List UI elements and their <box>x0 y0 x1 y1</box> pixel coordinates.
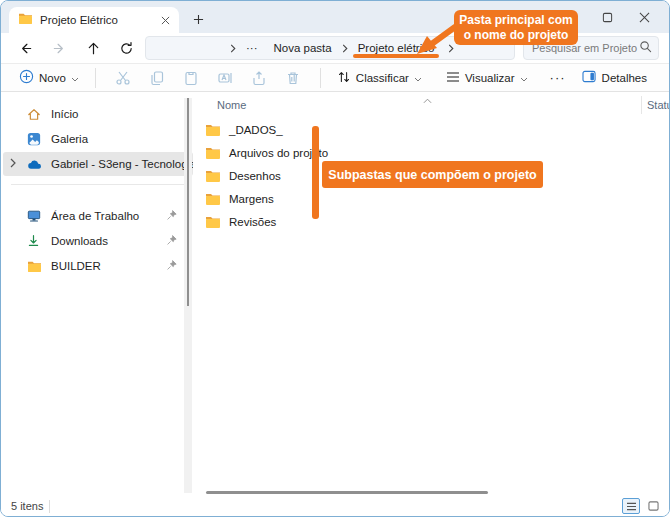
search-icon <box>639 39 652 57</box>
file-list-pane: Nome Status _DADOS_ Ar <box>195 93 669 496</box>
view-button-label: Visualizar <box>465 72 515 84</box>
folder-icon <box>205 169 221 183</box>
details-pane-button[interactable]: Detalhes <box>576 67 653 88</box>
sort-button[interactable]: Classificar <box>331 67 428 89</box>
more-options-button[interactable]: ··· <box>542 70 574 85</box>
paste-button[interactable] <box>174 66 208 90</box>
file-name: Margens <box>229 193 274 205</box>
sort-arrows-icon <box>337 70 351 86</box>
details-pane-label: Detalhes <box>602 72 647 84</box>
view-button[interactable]: Visualizar <box>440 68 534 88</box>
folder-icon <box>205 146 221 160</box>
home-icon <box>27 108 42 121</box>
items-count: 5 itens <box>11 500 43 512</box>
sidebar-scrollbar-thumb[interactable] <box>187 98 189 306</box>
folder-icon <box>205 215 221 229</box>
sidebar-item-builder[interactable]: BUILDER <box>1 254 195 278</box>
pin-icon <box>167 235 177 247</box>
pin-icon <box>167 210 177 222</box>
explorer-body: Início Galeria Gabriel - S3eng - Tecnolo… <box>1 93 669 496</box>
sidebar-item-onedrive[interactable]: Gabriel - S3eng - Tecnologia Aplicada <box>3 152 193 176</box>
delete-button[interactable] <box>276 66 310 90</box>
horizontal-scrollbar-thumb[interactable] <box>206 491 488 494</box>
share-button[interactable] <box>242 66 276 90</box>
new-button[interactable]: Novo <box>13 66 85 89</box>
breadcrumb-nova-pasta[interactable]: Nova pasta <box>272 42 334 54</box>
command-bar: Novo Classificar <box>1 63 669 92</box>
file-name: Desenhos <box>229 170 281 182</box>
new-tab-button[interactable] <box>189 10 207 28</box>
tab-close-icon[interactable] <box>157 12 173 28</box>
file-row-revisoes[interactable]: Revisões <box>195 210 669 233</box>
toolbar-separator <box>95 68 96 88</box>
sidebar-item-label: Área de Trabalho <box>51 210 139 222</box>
annotation-line-2: o nome do projeto <box>464 28 569 43</box>
chevron-down-icon <box>414 72 422 84</box>
rename-button[interactable] <box>208 66 242 90</box>
toolbar-separator <box>320 68 321 88</box>
file-name: Revisões <box>229 216 276 228</box>
column-header-status[interactable]: Status <box>647 99 670 111</box>
folder-icon <box>18 11 33 29</box>
annotation-arrow-icon <box>411 21 459 61</box>
gallery-icon <box>27 132 42 146</box>
details-pane-icon <box>582 70 597 85</box>
download-icon <box>27 234 42 248</box>
annotation-bracket-bar <box>312 126 319 219</box>
file-row-margens[interactable]: Margens <box>195 187 669 210</box>
folder-icon <box>27 260 42 273</box>
sidebar-item-area-de-trabalho[interactable]: Área de Trabalho <box>1 204 195 228</box>
chevron-right-icon <box>222 44 244 53</box>
folder-icon <box>205 192 221 206</box>
close-button[interactable] <box>626 3 663 31</box>
file-explorer-window: Projeto Elétrico <box>0 0 670 517</box>
forward-button[interactable] <box>47 36 71 60</box>
sidebar-separator <box>11 184 185 185</box>
status-bar-separator <box>49 500 50 513</box>
tab-projeto-eletrico[interactable]: Projeto Elétrico <box>9 7 179 33</box>
sidebar-item-galeria[interactable]: Galeria <box>1 127 195 151</box>
column-header-nome[interactable]: Nome <box>217 99 246 111</box>
breadcrumb-ellipsis[interactable]: ··· <box>244 42 260 54</box>
column-headers: Nome Status <box>195 93 669 118</box>
column-divider[interactable] <box>641 96 642 114</box>
view-toggle-buttons <box>622 498 662 514</box>
copy-button[interactable] <box>140 66 174 90</box>
list-lines-icon <box>446 71 460 85</box>
spacer <box>1 195 195 203</box>
file-row-dados[interactable]: _DADOS_ <box>195 118 669 141</box>
tab-title: Projeto Elétrico <box>40 14 157 26</box>
thumbnail-view-button[interactable] <box>644 498 662 514</box>
plus-circle-icon <box>19 69 34 86</box>
navigation-pane: Início Galeria Gabriel - S3eng - Tecnolo… <box>1 93 195 496</box>
back-button[interactable] <box>13 36 37 60</box>
annotation-subfolders-label: Subpastas que compõem o projeto <box>322 161 543 188</box>
sidebar-item-downloads[interactable]: Downloads <box>1 229 195 253</box>
status-bar: 5 itens <box>1 496 669 517</box>
pin-icon <box>167 260 177 272</box>
new-button-label: Novo <box>39 72 66 84</box>
details-view-button[interactable] <box>622 498 640 514</box>
chevron-right-icon <box>334 44 356 53</box>
sidebar-item-label: Galeria <box>51 133 88 145</box>
chevron-right-icon[interactable] <box>10 158 16 170</box>
chevron-down-icon <box>520 72 528 84</box>
sidebar-item-inicio[interactable]: Início <box>1 102 195 126</box>
sidebar-item-label: Gabriel - S3eng - Tecnologia Aplicada <box>51 158 193 170</box>
chevron-down-icon <box>71 72 79 84</box>
sidebar-item-label: Início <box>51 108 79 120</box>
maximize-button[interactable] <box>589 3 626 31</box>
annotation-line-1: Pasta principal com <box>459 13 572 28</box>
sidebar-item-label: BUILDER <box>51 260 101 272</box>
sort-button-label: Classificar <box>356 72 409 84</box>
refresh-button[interactable] <box>114 36 138 60</box>
desktop-icon <box>27 209 42 223</box>
folder-icon <box>205 123 221 137</box>
up-button[interactable] <box>81 36 105 60</box>
onedrive-cloud-icon <box>27 159 42 170</box>
sidebar-item-label: Downloads <box>51 235 108 247</box>
annotation-main-folder-callout: Pasta principal com o nome do projeto <box>454 10 578 45</box>
file-name: _DADOS_ <box>229 124 283 136</box>
cut-button[interactable] <box>106 66 140 90</box>
sort-ascending-icon[interactable] <box>423 94 432 106</box>
